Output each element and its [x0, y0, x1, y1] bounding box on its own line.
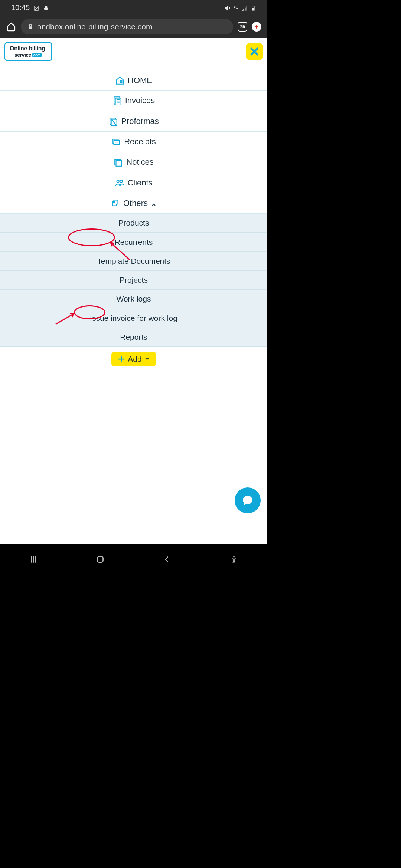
chevron-up-icon: [151, 200, 157, 206]
invoices-icon: [113, 96, 122, 105]
others-submenu: Products Recurrents Template Documents P…: [0, 214, 267, 347]
home-icon: [115, 76, 125, 85]
menu-item-home[interactable]: HOME: [0, 70, 267, 91]
submenu-item-products[interactable]: Products: [0, 214, 267, 233]
svg-point-17: [113, 201, 114, 202]
battery-icon: [250, 4, 256, 10]
svg-point-1: [35, 7, 36, 8]
svg-rect-3: [252, 6, 254, 6]
svg-point-15: [117, 180, 120, 183]
svg-rect-6: [120, 81, 122, 82]
browser-update-button[interactable]: [252, 22, 261, 32]
submenu-item-reports[interactable]: Reports: [0, 328, 267, 347]
menu-item-others[interactable]: Others: [0, 193, 267, 214]
proformas-icon: [108, 116, 118, 126]
submenu-item-issue-invoice[interactable]: Issue invoice for work log: [0, 309, 267, 328]
svg-point-16: [120, 180, 123, 183]
nav-recents-button[interactable]: [26, 552, 41, 567]
chevron-down-icon: [144, 355, 150, 364]
submenu-item-template-documents[interactable]: Template Documents: [0, 252, 267, 271]
signal-icon: [241, 4, 247, 10]
receipts-icon: [111, 137, 121, 147]
clients-icon: [115, 178, 124, 188]
notices-icon: [114, 157, 123, 167]
nav-back-button[interactable]: [160, 552, 175, 567]
download-icon: [43, 4, 49, 10]
menu-item-clients[interactable]: Clients: [0, 172, 267, 193]
url-bar[interactable]: andbox.online-billing-service.com: [21, 19, 233, 34]
mute-icon: [225, 4, 231, 10]
nav-home-button[interactable]: [93, 552, 108, 567]
chat-icon: [241, 494, 254, 507]
lock-icon: [27, 24, 33, 30]
add-button[interactable]: Add: [111, 352, 156, 366]
add-row: Add: [0, 347, 267, 371]
menu-item-invoices[interactable]: Invoices: [0, 91, 267, 111]
network-4g-label: 4G: [234, 6, 238, 9]
tab-count-button[interactable]: 75: [238, 22, 247, 32]
image-icon: [33, 4, 39, 10]
nav-accessibility-button[interactable]: [226, 552, 241, 567]
menu-item-notices[interactable]: Notices: [0, 152, 267, 172]
android-status-bar: 10:45 4G: [0, 0, 267, 15]
close-menu-button[interactable]: [246, 43, 263, 60]
plus-icon: [117, 355, 125, 363]
status-time: 10:45: [11, 3, 30, 12]
app-header: Online-billing- service com: [0, 38, 267, 63]
others-icon: [111, 198, 120, 208]
svg-rect-18: [97, 556, 103, 562]
submenu-item-work-logs[interactable]: Work logs: [0, 290, 267, 309]
browser-toolbar: andbox.online-billing-service.com 75: [0, 15, 267, 38]
browser-home-button[interactable]: [6, 22, 16, 32]
svg-rect-4: [252, 8, 254, 10]
menu-item-receipts[interactable]: Receipts: [0, 132, 267, 152]
android-nav-bar: [0, 544, 267, 575]
app-logo[interactable]: Online-billing- service com: [4, 42, 52, 61]
submenu-item-projects[interactable]: Projects: [0, 271, 267, 290]
chat-fab-button[interactable]: [235, 487, 261, 513]
menu-item-proformas[interactable]: Proformas: [0, 111, 267, 132]
submenu-item-recurrents[interactable]: Recurrents: [0, 233, 267, 251]
svg-rect-12: [114, 141, 120, 145]
svg-rect-5: [29, 26, 32, 29]
svg-rect-14: [116, 161, 122, 166]
url-text: andbox.online-billing-service.com: [37, 22, 153, 31]
svg-point-19: [233, 556, 235, 558]
page-content: Online-billing- service com HOME Invoice…: [0, 38, 267, 544]
